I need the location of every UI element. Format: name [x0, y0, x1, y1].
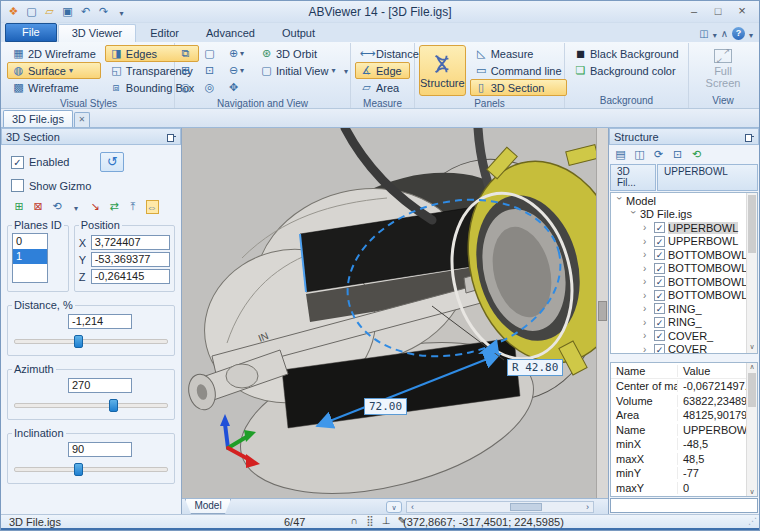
- plane-id-item[interactable]: 1: [13, 249, 47, 264]
- expand-arrow-icon[interactable]: [643, 290, 651, 301]
- structure-button[interactable]: Structure: [419, 45, 466, 96]
- 3d-viewport[interactable]: IN R 42.80 72.00: [182, 128, 608, 498]
- visibility-checkbox[interactable]: [654, 276, 665, 287]
- dropdown-icon[interactable]: [713, 28, 717, 40]
- visibility-checkbox[interactable]: [654, 249, 665, 260]
- view-35-icon[interactable]: [179, 79, 203, 96]
- expand-arrow-icon[interactable]: [643, 303, 651, 314]
- viewport-vertical-scrollbar[interactable]: [596, 128, 608, 498]
- visibility-checkbox[interactable]: [654, 222, 665, 233]
- property-row[interactable]: maxY 0: [611, 481, 746, 496]
- scrollbar-thumb[interactable]: [748, 195, 756, 253]
- tree-row[interactable]: RING_: [611, 316, 757, 330]
- collapse-ribbon-icon[interactable]: [721, 28, 728, 39]
- split-vertical-icon[interactable]: [632, 148, 647, 161]
- dropdown-icon[interactable]: ▾: [331, 66, 335, 75]
- expand-arrow-icon[interactable]: [643, 222, 651, 233]
- new-file-icon[interactable]: [24, 5, 39, 18]
- scroll-left-icon[interactable]: ‹: [407, 502, 418, 512]
- customize-toolbar-icon[interactable]: [114, 6, 129, 18]
- scroll-down-icon[interactable]: [747, 343, 757, 353]
- area-icon[interactable]: Area: [355, 79, 410, 96]
- slider-track[interactable]: [14, 403, 168, 408]
- slider-value-input[interactable]: 270: [68, 378, 132, 393]
- tree-row[interactable]: BOTTOMBOWL: [611, 248, 757, 262]
- expand-arrow-icon[interactable]: [643, 263, 651, 274]
- scroll-up-icon[interactable]: [747, 363, 757, 371]
- ortho-icon[interactable]: [380, 515, 392, 526]
- property-row[interactable]: Name UPPERBOWL: [611, 423, 746, 438]
- property-row[interactable]: Area 48125,90179...: [611, 408, 746, 423]
- position-input[interactable]: -0,264145: [91, 269, 170, 284]
- expand-arrow-icon[interactable]: [643, 236, 651, 247]
- visibility-checkbox[interactable]: [654, 344, 665, 354]
- document-close-icon[interactable]: [74, 112, 90, 127]
- viewport-horizontal-scrollbar[interactable]: ‹ ›: [406, 501, 594, 513]
- split-horizontal-icon[interactable]: [613, 148, 628, 161]
- scroll-down-icon[interactable]: [747, 488, 757, 496]
- rotate-plane-icon[interactable]: [49, 200, 65, 213]
- scrollbar-thumb[interactable]: [748, 373, 756, 407]
- minimize-icon[interactable]: [683, 4, 705, 19]
- zoom-in-icon[interactable]: ▾: [227, 45, 251, 62]
- property-row[interactable]: minX -48,5: [611, 437, 746, 452]
- save-structure-icon[interactable]: [670, 148, 685, 161]
- cascade-windows-icon[interactable]: [179, 62, 203, 79]
- orbit-icon[interactable]: 3D Orbit: [255, 45, 340, 62]
- redo-icon[interactable]: [96, 5, 111, 18]
- tab-output[interactable]: Output: [269, 25, 328, 42]
- tree-row[interactable]: UPPERBOWL: [611, 235, 757, 249]
- background-color-icon[interactable]: Background color: [569, 62, 684, 79]
- zoom-extents-icon[interactable]: [203, 62, 227, 79]
- move-plane-icon[interactable]: [87, 200, 103, 213]
- plane-id-item[interactable]: 0: [13, 234, 47, 249]
- dropdown-icon[interactable]: ▾: [69, 66, 73, 75]
- layout-tab-model[interactable]: Model: [185, 499, 231, 514]
- tree-row[interactable]: UPPERBOWL: [611, 221, 757, 235]
- black-background-icon[interactable]: Black Background: [569, 45, 684, 62]
- expand-arrow-icon[interactable]: [643, 330, 651, 341]
- document-tab[interactable]: 3D File.igs: [3, 110, 73, 127]
- expand-arrow-icon[interactable]: [643, 344, 651, 354]
- property-row[interactable]: Volume 63822,23489...: [611, 394, 746, 409]
- tab-file[interactable]: File: [5, 23, 57, 42]
- expand-arrow-icon[interactable]: [614, 197, 625, 205]
- pin-icon[interactable]: [167, 132, 176, 141]
- resize-grip-icon[interactable]: [748, 516, 757, 526]
- visibility-checkbox[interactable]: [654, 317, 665, 328]
- close-icon[interactable]: [731, 4, 753, 19]
- app-icon[interactable]: [6, 5, 21, 18]
- tree-row[interactable]: Model: [611, 194, 757, 208]
- slider-track[interactable]: [14, 467, 168, 472]
- slider-value-input[interactable]: -1,214: [68, 314, 132, 329]
- scroll-right-icon[interactable]: ›: [582, 502, 593, 512]
- surface-icon[interactable]: Surface ▾: [7, 62, 101, 79]
- slider-thumb[interactable]: [74, 335, 83, 348]
- length-dimension-label[interactable]: 72.00: [364, 398, 407, 415]
- dropdown-icon[interactable]: [749, 28, 753, 40]
- view-presets-dropdown-icon[interactable]: ▾: [344, 67, 348, 76]
- enabled-checkbox[interactable]: [11, 156, 24, 169]
- properties-scrollbar[interactable]: [746, 363, 757, 496]
- fit-plane-icon[interactable]: [144, 201, 160, 213]
- property-row[interactable]: Center of ma -0,06721497...: [611, 379, 746, 394]
- visibility-checkbox[interactable]: [654, 330, 665, 341]
- collapse-panel-icon[interactable]: [386, 501, 402, 513]
- flip-plane-icon[interactable]: [106, 200, 122, 213]
- pan-icon[interactable]: [227, 79, 251, 96]
- tree-row[interactable]: RING_: [611, 302, 757, 316]
- maximize-icon[interactable]: [707, 4, 729, 19]
- visibility-checkbox[interactable]: [654, 290, 665, 301]
- panel-layout-icon[interactable]: [699, 28, 708, 39]
- distance-icon[interactable]: Distance: [355, 45, 410, 62]
- section-3d-icon[interactable]: 3D Section: [470, 79, 567, 96]
- section-tool-icon[interactable]: [100, 152, 124, 172]
- tree-row[interactable]: COVER_: [611, 329, 757, 343]
- structure-tab-upperbowl[interactable]: UPPERBOWL: [657, 164, 758, 191]
- reload-icon[interactable]: [689, 148, 704, 161]
- add-plane-icon[interactable]: [11, 200, 27, 213]
- tree-row[interactable]: BOTTOMBOWL: [611, 289, 757, 303]
- expand-arrow-icon[interactable]: [628, 210, 639, 218]
- slider-thumb[interactable]: [74, 463, 83, 476]
- radius-dimension-label[interactable]: R 42.80: [507, 359, 563, 376]
